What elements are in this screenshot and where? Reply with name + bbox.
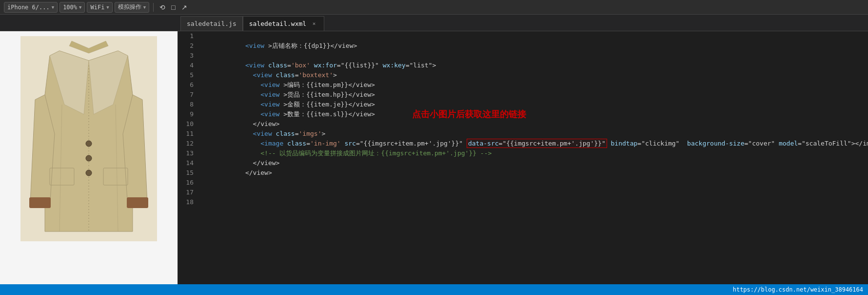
expand-btn[interactable]: ↗ bbox=[179, 2, 189, 12]
network-arrow: ▼ bbox=[106, 5, 109, 10]
tab-bar: saledetail.js saledetail.wxml × bbox=[0, 15, 868, 31]
coat-product-image bbox=[20, 36, 157, 241]
toolbar: iPhone 6/... ▼ 100% ▼ WiFi ▼ 模拟操作 ▼ ⟲ □ … bbox=[0, 0, 868, 15]
tab-saledetail-js[interactable]: saledetail.js bbox=[180, 16, 243, 31]
main-area: 1 2 3 4 5 6 7 8 9 10 11 12 13 14 15 16 1… bbox=[0, 31, 868, 284]
svg-point-4 bbox=[86, 141, 92, 147]
code-line-14: </view> bbox=[199, 158, 868, 168]
footer-url: https://blog.csdn.net/weixin_38946164 bbox=[733, 286, 863, 293]
zoom-label: 100% bbox=[63, 4, 77, 11]
status-bar: https://blog.csdn.net/weixin_38946164 bbox=[0, 284, 868, 295]
zoom-arrow: ▼ bbox=[79, 5, 81, 10]
code-panel: 1 2 3 4 5 6 7 8 9 10 11 12 13 14 15 16 1… bbox=[178, 31, 868, 284]
tab-close-icon[interactable]: × bbox=[310, 20, 318, 28]
code-line-11: <image class='in-img' src="{{imgsrc+item… bbox=[199, 129, 868, 139]
device-selector[interactable]: iPhone 6/... ▼ bbox=[4, 2, 58, 13]
code-text: <view >店铺名称：{{dp1}}</view> <view class='… bbox=[197, 31, 868, 284]
code-line-3: <view class='box' wx:for="{{list}}" wx:k… bbox=[199, 51, 868, 61]
tab-saledetail-wxml[interactable]: saledetail.wxml × bbox=[243, 16, 324, 31]
svg-rect-1 bbox=[29, 197, 51, 208]
device-arrow: ▼ bbox=[52, 5, 54, 10]
code-line-16 bbox=[199, 178, 868, 188]
mode-label: 模拟操作 bbox=[118, 3, 141, 11]
fullscreen-btn[interactable]: □ bbox=[169, 2, 177, 12]
tab-js-label: saledetail.js bbox=[187, 20, 237, 27]
rotate-btn[interactable]: ⟲ bbox=[158, 2, 167, 12]
svg-rect-2 bbox=[127, 197, 148, 208]
code-line-17 bbox=[199, 188, 868, 197]
separator-1 bbox=[153, 3, 154, 12]
tab-wxml-label: saledetail.wxml bbox=[249, 20, 306, 27]
phone-screen bbox=[0, 31, 178, 284]
svg-point-5 bbox=[86, 155, 92, 161]
code-line-10: <view class='imgs'> bbox=[199, 119, 868, 129]
device-label: iPhone 6/... bbox=[7, 4, 50, 11]
phone-panel bbox=[0, 31, 178, 284]
code-editor[interactable]: 1 2 3 4 5 6 7 8 9 10 11 12 13 14 15 16 1… bbox=[178, 31, 868, 284]
code-line-1: <view >店铺名称：{{dp1}}</view> bbox=[199, 31, 868, 41]
network-label: WiFi bbox=[90, 4, 104, 11]
svg-point-6 bbox=[86, 170, 92, 176]
code-line-18 bbox=[199, 197, 868, 207]
mode-selector[interactable]: 模拟操作 ▼ bbox=[115, 2, 149, 13]
zoom-selector[interactable]: 100% ▼ bbox=[59, 2, 85, 13]
network-selector[interactable]: WiFi ▼ bbox=[87, 2, 112, 13]
mode-arrow: ▼ bbox=[143, 5, 146, 10]
code-line-15 bbox=[199, 168, 868, 178]
line-numbers: 1 2 3 4 5 6 7 8 9 10 11 12 13 14 15 16 1… bbox=[178, 31, 197, 284]
